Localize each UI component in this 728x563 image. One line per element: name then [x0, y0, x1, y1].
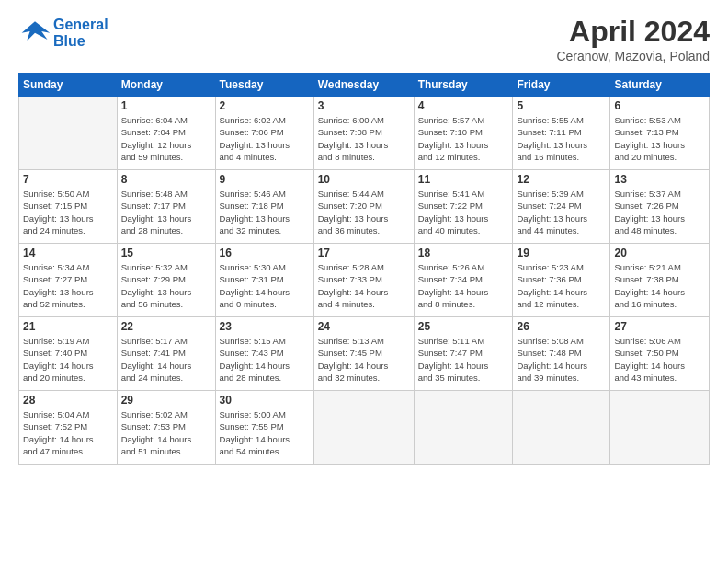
calendar-row-3: 14Sunrise: 5:34 AM Sunset: 7:27 PM Dayli… — [19, 244, 710, 317]
calendar-cell-23: 23Sunrise: 5:15 AM Sunset: 7:43 PM Dayli… — [215, 317, 313, 391]
month-title: April 2024 — [556, 15, 710, 49]
day-info-12: Sunrise: 5:39 AM Sunset: 7:24 PM Dayligh… — [517, 188, 606, 236]
day-number-18: 18 — [418, 247, 509, 259]
day-info-29: Sunrise: 5:02 AM Sunset: 7:53 PM Dayligh… — [121, 408, 211, 457]
header-wednesday: Wednesday — [313, 74, 414, 97]
day-info-27: Sunrise: 5:06 AM Sunset: 7:50 PM Dayligh… — [614, 335, 705, 384]
day-info-19: Sunrise: 5:23 AM Sunset: 7:36 PM Dayligh… — [517, 261, 606, 310]
calendar-cell-4: 4Sunrise: 5:57 AM Sunset: 7:10 PM Daylig… — [414, 97, 513, 170]
calendar-cell-30: 30Sunrise: 5:00 AM Sunset: 7:55 PM Dayli… — [215, 391, 313, 465]
calendar-cell-8: 8Sunrise: 5:48 AM Sunset: 7:17 PM Daylig… — [117, 170, 215, 244]
day-number-13: 13 — [614, 173, 705, 186]
calendar-cell-17: 17Sunrise: 5:28 AM Sunset: 7:33 PM Dayli… — [313, 244, 414, 317]
day-number-26: 26 — [517, 320, 606, 333]
day-info-13: Sunrise: 5:37 AM Sunset: 7:26 PM Dayligh… — [614, 188, 705, 236]
day-info-20: Sunrise: 5:21 AM Sunset: 7:38 PM Dayligh… — [614, 261, 705, 310]
day-number-6: 6 — [614, 99, 705, 112]
logo: General Blue — [18, 15, 108, 52]
calendar-cell-5: 5Sunrise: 5:55 AM Sunset: 7:11 PM Daylig… — [513, 97, 610, 170]
day-number-8: 8 — [121, 173, 211, 186]
day-info-16: Sunrise: 5:30 AM Sunset: 7:31 PM Dayligh… — [220, 261, 310, 310]
day-info-25: Sunrise: 5:11 AM Sunset: 7:47 PM Dayligh… — [418, 335, 509, 384]
page: General Blue April 2024 Ceranow, Mazovia… — [0, 0, 728, 563]
day-number-1: 1 — [121, 99, 211, 112]
calendar-cell-24: 24Sunrise: 5:13 AM Sunset: 7:45 PM Dayli… — [313, 317, 414, 391]
day-info-30: Sunrise: 5:00 AM Sunset: 7:55 PM Dayligh… — [220, 408, 310, 457]
weekday-header-row: Sunday Monday Tuesday Wednesday Thursday… — [19, 74, 710, 97]
day-number-20: 20 — [614, 247, 705, 259]
header-friday: Friday — [513, 74, 610, 97]
day-info-18: Sunrise: 5:26 AM Sunset: 7:34 PM Dayligh… — [418, 261, 509, 310]
day-number-25: 25 — [418, 320, 509, 333]
calendar-cell-9: 9Sunrise: 5:46 AM Sunset: 7:18 PM Daylig… — [215, 170, 313, 244]
title-area: April 2024 Ceranow, Mazovia, Poland — [556, 15, 710, 63]
header-saturday: Saturday — [610, 74, 710, 97]
day-info-6: Sunrise: 5:53 AM Sunset: 7:13 PM Dayligh… — [614, 114, 705, 163]
day-info-5: Sunrise: 5:55 AM Sunset: 7:11 PM Dayligh… — [517, 114, 606, 163]
calendar-cell-12: 12Sunrise: 5:39 AM Sunset: 7:24 PM Dayli… — [513, 170, 610, 244]
calendar-cell-21: 21Sunrise: 5:19 AM Sunset: 7:40 PM Dayli… — [19, 317, 118, 391]
calendar-cell-15: 15Sunrise: 5:32 AM Sunset: 7:29 PM Dayli… — [117, 244, 215, 317]
calendar-row-5: 28Sunrise: 5:04 AM Sunset: 7:52 PM Dayli… — [19, 391, 710, 465]
day-number-17: 17 — [318, 247, 410, 259]
day-info-24: Sunrise: 5:13 AM Sunset: 7:45 PM Dayligh… — [318, 335, 410, 384]
day-number-3: 3 — [318, 99, 410, 112]
calendar-cell-26: 26Sunrise: 5:08 AM Sunset: 7:48 PM Dayli… — [513, 317, 610, 391]
day-info-21: Sunrise: 5:19 AM Sunset: 7:40 PM Dayligh… — [23, 335, 113, 384]
day-info-17: Sunrise: 5:28 AM Sunset: 7:33 PM Dayligh… — [318, 261, 410, 310]
day-info-3: Sunrise: 6:00 AM Sunset: 7:08 PM Dayligh… — [318, 114, 410, 163]
calendar-cell-28: 28Sunrise: 5:04 AM Sunset: 7:52 PM Dayli… — [19, 391, 118, 465]
calendar-cell-27: 27Sunrise: 5:06 AM Sunset: 7:50 PM Dayli… — [610, 317, 710, 391]
day-info-7: Sunrise: 5:50 AM Sunset: 7:15 PM Dayligh… — [23, 188, 113, 236]
day-number-16: 16 — [220, 247, 310, 259]
day-number-29: 29 — [121, 394, 211, 407]
header-sunday: Sunday — [19, 74, 118, 97]
calendar-row-2: 7Sunrise: 5:50 AM Sunset: 7:15 PM Daylig… — [19, 170, 710, 244]
calendar-cell-empty-0-0 — [19, 97, 118, 170]
day-info-8: Sunrise: 5:48 AM Sunset: 7:17 PM Dayligh… — [121, 188, 211, 236]
calendar-cell-2: 2Sunrise: 6:02 AM Sunset: 7:06 PM Daylig… — [215, 97, 313, 170]
day-number-21: 21 — [23, 320, 113, 333]
logo-icon — [18, 15, 51, 52]
day-info-28: Sunrise: 5:04 AM Sunset: 7:52 PM Dayligh… — [23, 408, 113, 457]
day-number-15: 15 — [121, 247, 211, 259]
day-info-9: Sunrise: 5:46 AM Sunset: 7:18 PM Dayligh… — [220, 188, 310, 236]
day-info-11: Sunrise: 5:41 AM Sunset: 7:22 PM Dayligh… — [418, 188, 509, 236]
day-number-11: 11 — [418, 173, 509, 186]
calendar-row-4: 21Sunrise: 5:19 AM Sunset: 7:40 PM Dayli… — [19, 317, 710, 391]
day-number-24: 24 — [318, 320, 410, 333]
calendar-cell-11: 11Sunrise: 5:41 AM Sunset: 7:22 PM Dayli… — [414, 170, 513, 244]
day-number-2: 2 — [220, 99, 310, 112]
day-number-28: 28 — [23, 394, 113, 407]
location-subtitle: Ceranow, Mazovia, Poland — [556, 49, 710, 63]
calendar-cell-7: 7Sunrise: 5:50 AM Sunset: 7:15 PM Daylig… — [19, 170, 118, 244]
calendar-cell-13: 13Sunrise: 5:37 AM Sunset: 7:26 PM Dayli… — [610, 170, 710, 244]
day-number-30: 30 — [220, 394, 310, 407]
header-thursday: Thursday — [414, 74, 513, 97]
logo-general: General — [53, 17, 108, 32]
logo-text: General Blue — [53, 17, 108, 49]
day-info-22: Sunrise: 5:17 AM Sunset: 7:41 PM Dayligh… — [121, 335, 211, 384]
calendar-cell-19: 19Sunrise: 5:23 AM Sunset: 7:36 PM Dayli… — [513, 244, 610, 317]
day-info-15: Sunrise: 5:32 AM Sunset: 7:29 PM Dayligh… — [121, 261, 211, 310]
day-number-5: 5 — [517, 99, 606, 112]
logo-blue: Blue — [53, 33, 85, 49]
calendar-cell-empty-4-3 — [313, 391, 414, 465]
day-number-9: 9 — [220, 173, 310, 186]
day-info-10: Sunrise: 5:44 AM Sunset: 7:20 PM Dayligh… — [318, 188, 410, 236]
day-number-23: 23 — [220, 320, 310, 333]
day-info-14: Sunrise: 5:34 AM Sunset: 7:27 PM Dayligh… — [23, 261, 113, 310]
calendar-cell-empty-4-5 — [513, 391, 610, 465]
header: General Blue April 2024 Ceranow, Mazovia… — [18, 15, 710, 63]
calendar-cell-20: 20Sunrise: 5:21 AM Sunset: 7:38 PM Dayli… — [610, 244, 710, 317]
day-info-1: Sunrise: 6:04 AM Sunset: 7:04 PM Dayligh… — [121, 114, 211, 163]
calendar-cell-14: 14Sunrise: 5:34 AM Sunset: 7:27 PM Dayli… — [19, 244, 118, 317]
calendar-cell-empty-4-6 — [610, 391, 710, 465]
day-number-12: 12 — [517, 173, 606, 186]
svg-marker-0 — [22, 21, 51, 41]
day-info-2: Sunrise: 6:02 AM Sunset: 7:06 PM Dayligh… — [220, 114, 310, 163]
calendar-row-1: 1Sunrise: 6:04 AM Sunset: 7:04 PM Daylig… — [19, 97, 710, 170]
day-number-14: 14 — [23, 247, 113, 259]
calendar-cell-22: 22Sunrise: 5:17 AM Sunset: 7:41 PM Dayli… — [117, 317, 215, 391]
calendar-cell-1: 1Sunrise: 6:04 AM Sunset: 7:04 PM Daylig… — [117, 97, 215, 170]
